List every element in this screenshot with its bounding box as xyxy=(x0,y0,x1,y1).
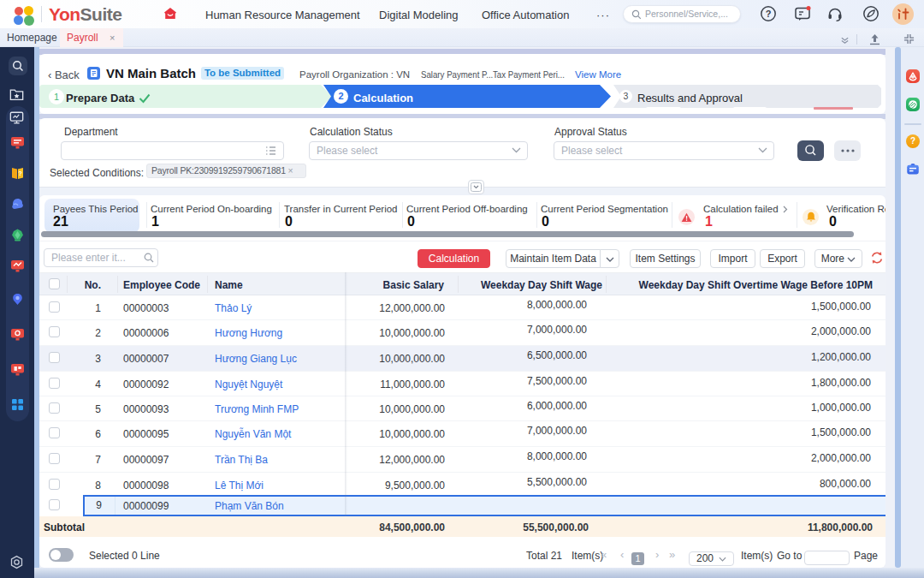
svg-text:?: ? xyxy=(766,9,772,19)
svg-text:?: ? xyxy=(19,170,22,176)
